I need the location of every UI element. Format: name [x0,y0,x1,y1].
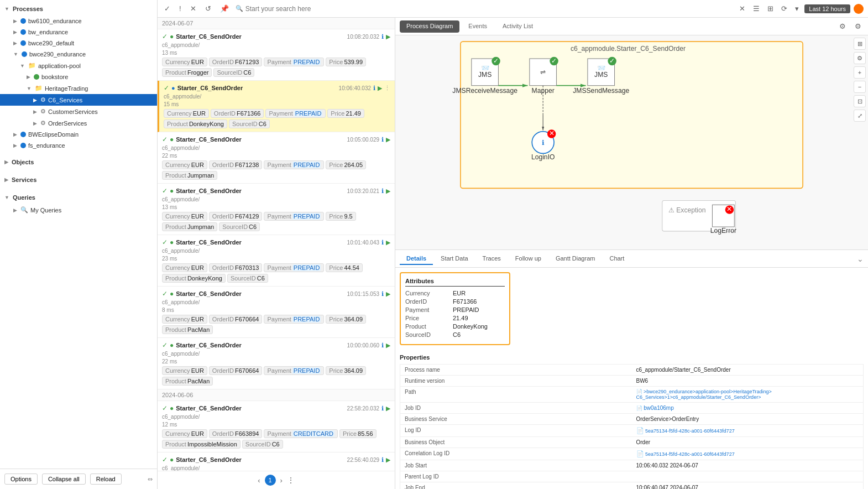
sidebar-item-customer-services[interactable]: ▶ ⚙ CustomerServices [0,106,157,117]
diagram-tabs: Process Diagram Events Activity List ⚙ ⚙ [395,18,868,35]
process-item-p7[interactable]: ✓ ● Starter_C6_SendOrder 10:00:00.060 ℹ … [158,338,395,389]
tab-traces[interactable]: Traces [476,253,508,265]
sidebar-item-bookstore[interactable]: ▶ bookstore [0,71,157,82]
services-header[interactable]: ▶ Services [0,173,157,186]
topbar-dropdown-icon[interactable]: ▾ [793,3,801,14]
diagram-zoom-out-icon[interactable]: − [854,81,866,93]
status-ok-icon: ✓ [162,136,168,143]
process-item-p9[interactable]: ✓ ● Starter_C6_SendOrder 22:56:40.029 ℹ … [158,452,395,471]
process-time: 10:05:00.029 [347,137,379,143]
play-icon[interactable]: ▶ [386,33,390,40]
collapse-all-button[interactable]: Collapse all [42,474,86,485]
search-area: 🔍 [236,5,733,13]
topbar-refresh-icon[interactable]: ⟳ [779,3,789,14]
diagram-filter-icon[interactable]: ⊞ [854,38,866,50]
info-icon[interactable]: ℹ [373,85,375,92]
diagram-settings2-icon[interactable]: ⚙ [854,52,866,64]
process-item-p1[interactable]: ✓ ● Starter_C6_SendOrder 10:08:20.032 ℹ … [158,29,395,81]
folder-icon: 📁 [28,62,36,69]
svg-rect-0 [461,41,803,188]
processes-header[interactable]: ▼ Processes [0,2,157,15]
process-time: 10:06:40.032 [339,85,371,91]
sidebar-item-order-services[interactable]: ▶ ⚙ OrderServices [0,117,157,129]
attr-row-payment: Payment PREPAID [405,306,505,313]
info-icon[interactable]: ℹ [381,33,384,40]
reload-button[interactable]: Reload [90,474,122,485]
details-expand-icon[interactable]: ⌄ [857,254,864,263]
tab-activity-list[interactable]: Activity List [496,20,540,33]
play-icon[interactable]: ▶ [378,85,382,92]
sidebar-item-bwce290-endurance[interactable]: ▼ bwce290_endurance [0,49,157,60]
process-item-p4[interactable]: ✓ ● Starter_C6_SendOrder 10:03:20.021 ℹ … [158,184,395,235]
tab-events[interactable]: Events [462,20,494,33]
sidebar-item-heritage-trading[interactable]: ▼ 📁 HeritageTrading [0,82,157,94]
info-icon[interactable]: ℹ [381,136,384,143]
play-icon[interactable]: ▶ [386,188,390,195]
sidebar-item-my-queries[interactable]: ▶ 🔍 My Queries [0,204,157,216]
prev-page-button[interactable]: ‹ [258,476,260,485]
next-page-button[interactable]: › [280,476,283,485]
sidebar-resize-handle[interactable]: ⇔ [148,476,153,483]
process-item-p2[interactable]: ✓ ● Starter_C6_SendOrder 10:06:40.032 ℹ … [158,81,395,132]
diagram-settings-icon[interactable]: ⚙ [837,21,848,32]
tag-orderid: OrderIDF671366 [211,109,264,118]
queries-header[interactable]: ▼ Queries [0,191,157,204]
diagram-gear-icon[interactable]: ⚙ [853,21,864,32]
bookmark-icon: ● [171,85,175,91]
processes-label: Processes [13,6,43,12]
tag-payment: PaymentPREPAID [265,109,326,118]
sidebar-item-bwce290-default[interactable]: ▶ bwce290_default [0,38,157,49]
topbar-list-icon[interactable]: ☰ [751,3,762,14]
close-icon[interactable]: ✕ [188,3,198,14]
sidebar-item-c6-services[interactable]: ▶ ⚙ C6_Services [0,94,157,106]
warning-icon[interactable]: ! [177,3,184,14]
refresh-icon[interactable]: ↺ [203,3,213,14]
search-input[interactable] [245,5,733,13]
diagram-fit-icon[interactable]: ⊡ [854,95,866,107]
tab-chart[interactable]: Chart [603,253,631,265]
play-icon[interactable]: ▶ [386,136,390,143]
more-options-button[interactable]: ⋮ [287,476,295,485]
sidebar-item-fs-endurance[interactable]: ▶ fs_endurance [0,140,157,151]
svg-text:JMS: JMS [594,71,608,79]
topbar-close-icon[interactable]: ✕ [737,3,747,14]
tab-start-data[interactable]: Start Data [434,253,475,265]
sidebar-item-bw-endurance[interactable]: ▶ bw_endurance [0,27,157,38]
status-check-icon: ● [170,136,174,143]
services-section: ▶ Services [0,171,157,189]
diagram-zoom-in-icon[interactable]: + [854,66,866,79]
topbar-grid-icon[interactable]: ⊞ [765,3,776,14]
diagram-expand-icon[interactable]: ⤢ [854,110,866,122]
main-content: ✓ ! ✕ ↺ 📌 🔍 ✕ ☰ ⊞ ⟳ ▾ Last 12 hours 2024… [158,0,868,489]
properties-grid: Process name c6_appmodule/Starter_C6_Sen… [400,364,864,489]
more-icon[interactable]: ⋮ [384,85,390,92]
tab-process-diagram[interactable]: Process Diagram [400,20,459,33]
status-ok-icon: ✓ [162,33,168,40]
tab-follow-up[interactable]: Follow up [509,253,548,265]
time-range-badge[interactable]: Last 12 hours [804,4,850,13]
options-button[interactable]: Options [4,474,38,485]
process-item-p6[interactable]: ✓ ● Starter_C6_SendOrder 10:01:15.053 ℹ … [158,287,395,338]
pin-icon[interactable]: 📌 [218,3,231,14]
sidebar-item-bweclipse[interactable]: ▶ BWEclipseDomain [0,129,157,140]
sidebar-item-bw6100[interactable]: ▶ bw6100_endurance [0,15,157,27]
sidebar-item-app-pool[interactable]: ▼ 📁 application-pool [0,60,157,71]
objects-header[interactable]: ▶ Objects [0,155,157,169]
attr-row-price: Price 21.49 [405,315,505,321]
svg-text:✕: ✕ [726,205,732,213]
process-item-p8[interactable]: ✓ ● Starter_C6_SendOrder 22:58:20.032 ℹ … [158,401,395,452]
diagram-tab-icons: ⚙ ⚙ [837,21,864,32]
check-icon[interactable]: ✓ [162,3,172,14]
process-item-p5[interactable]: ✓ ● Starter_C6_SendOrder 10:01:40.043 ℹ … [158,235,395,287]
topbar-right: ✕ ☰ ⊞ ⟳ ▾ Last 12 hours [737,3,864,14]
process-name: Starter_C6_SendOrder [176,188,242,194]
user-avatar[interactable] [854,4,864,14]
process-item-p3[interactable]: ✓ ● Starter_C6_SendOrder 10:05:00.029 ℹ … [158,132,395,184]
process-name: Starter_C6_SendOrder [176,33,242,40]
tab-details[interactable]: Details [400,253,433,265]
process-item-p2-header: ✓ ● Starter_C6_SendOrder 10:06:40.032 ℹ … [164,84,390,92]
blue-dot-icon [20,18,26,24]
tab-gantt-diagram[interactable]: Gantt Diagram [549,253,602,265]
svg-text:✓: ✓ [551,57,557,65]
info-icon[interactable]: ℹ [381,188,384,195]
